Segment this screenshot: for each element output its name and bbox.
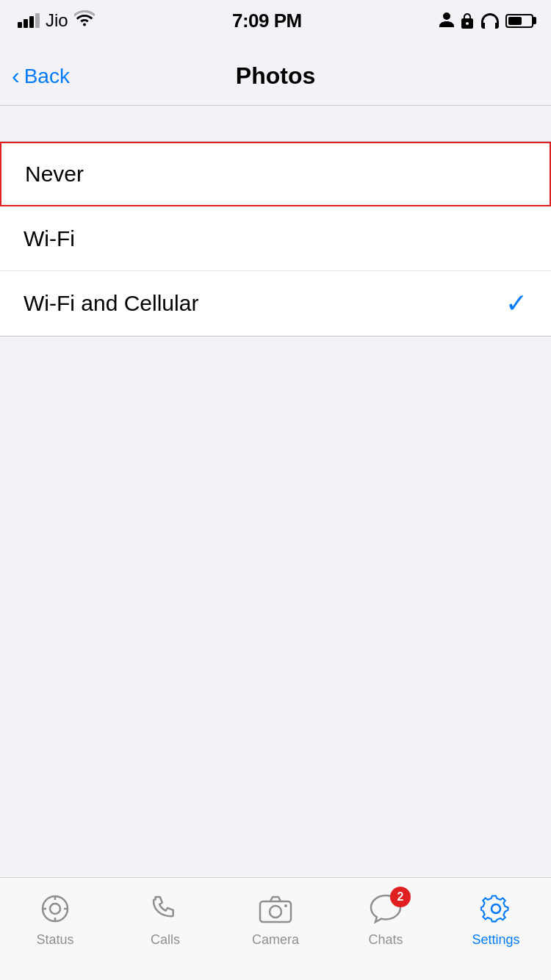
tab-calls-label: Calls [151,932,180,948]
tab-chats-label: Chats [368,932,403,948]
gray-area [0,336,551,895]
option-wifi-cellular-label: Wi-Fi and Cellular [24,291,198,316]
checkmark-icon: ✓ [505,288,527,319]
carrier-label: Jio [46,10,68,31]
person-icon [439,12,454,29]
option-wifi[interactable]: Wi-Fi [0,206,551,271]
status-right [439,12,533,29]
calls-tab-icon [146,890,184,928]
option-wifi-label: Wi-Fi [24,226,75,251]
tab-calls[interactable]: Calls [110,890,220,948]
back-button[interactable]: ‹ Back [12,65,70,88]
tab-bar: Status Calls Camera 2 Chat [0,877,551,980]
option-never-label: Never [25,162,84,187]
content-area: Never Wi-Fi Wi-Fi and Cellular ✓ [0,106,551,895]
status-tab-icon [36,890,74,928]
svg-point-8 [284,904,287,907]
wifi-icon [74,10,95,31]
back-chevron-icon: ‹ [12,64,20,87]
section-spacer [0,106,551,141]
tab-camera[interactable]: Camera [220,890,331,948]
status-time: 7:09 PM [232,10,302,32]
svg-point-1 [50,904,60,914]
option-never[interactable]: Never [0,142,551,206]
back-label: Back [24,65,70,88]
battery-icon [505,14,533,28]
option-wifi-cellular[interactable]: Wi-Fi and Cellular ✓ [0,271,551,336]
status-left: Jio [18,10,95,31]
page-title: Photos [236,62,315,90]
chats-badge: 2 [390,887,411,907]
nav-bar: ‹ Back Photos [0,41,551,106]
tab-status[interactable]: Status [0,890,110,948]
headphones-icon [480,12,500,29]
signal-icon [18,13,40,28]
svg-point-7 [270,906,281,918]
tab-status-label: Status [36,932,73,948]
lock-icon [460,12,475,29]
camera-tab-icon [256,890,295,928]
tab-settings[interactable]: Settings [441,890,551,948]
status-bar: Jio 7:09 PM [0,0,551,41]
chats-tab-icon: 2 [367,890,405,928]
settings-tab-icon [477,890,515,928]
options-list: Never Wi-Fi Wi-Fi and Cellular ✓ [0,141,551,336]
tab-camera-label: Camera [252,932,299,948]
svg-point-0 [43,896,68,921]
tab-chats[interactable]: 2 Chats [331,890,441,948]
tab-settings-label: Settings [472,932,519,948]
